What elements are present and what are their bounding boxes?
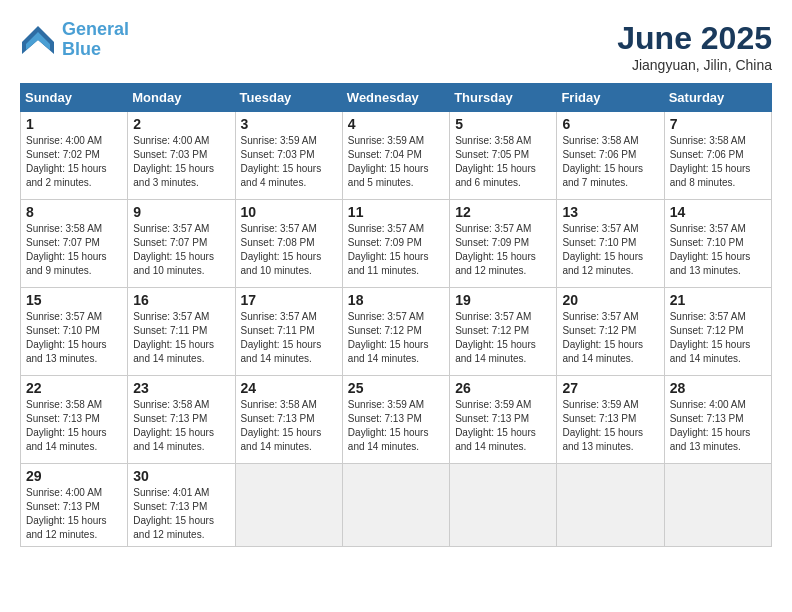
calendar-day-25: 25 Sunrise: 3:59 AM Sunset: 7:13 PM Dayl… [342,376,449,464]
weekday-header-sunday: Sunday [21,84,128,112]
calendar-day-24: 24 Sunrise: 3:58 AM Sunset: 7:13 PM Dayl… [235,376,342,464]
empty-cell [664,464,771,547]
day-number: 11 [348,204,444,220]
day-number: 20 [562,292,658,308]
day-info: Sunrise: 3:59 AM Sunset: 7:03 PM Dayligh… [241,134,337,190]
day-number: 29 [26,468,122,484]
calendar-day-11: 11 Sunrise: 3:57 AM Sunset: 7:09 PM Dayl… [342,200,449,288]
day-number: 26 [455,380,551,396]
calendar-day-4: 4 Sunrise: 3:59 AM Sunset: 7:04 PM Dayli… [342,112,449,200]
day-info: Sunrise: 3:58 AM Sunset: 7:06 PM Dayligh… [670,134,766,190]
calendar-day-15: 15 Sunrise: 3:57 AM Sunset: 7:10 PM Dayl… [21,288,128,376]
day-number: 30 [133,468,229,484]
weekday-header-tuesday: Tuesday [235,84,342,112]
day-info: Sunrise: 3:58 AM Sunset: 7:13 PM Dayligh… [133,398,229,454]
day-info: Sunrise: 3:57 AM Sunset: 7:07 PM Dayligh… [133,222,229,278]
calendar-day-17: 17 Sunrise: 3:57 AM Sunset: 7:11 PM Dayl… [235,288,342,376]
weekday-header-thursday: Thursday [450,84,557,112]
day-number: 19 [455,292,551,308]
day-number: 1 [26,116,122,132]
calendar-day-1: 1 Sunrise: 4:00 AM Sunset: 7:02 PM Dayli… [21,112,128,200]
calendar-day-23: 23 Sunrise: 3:58 AM Sunset: 7:13 PM Dayl… [128,376,235,464]
day-number: 9 [133,204,229,220]
calendar-day-13: 13 Sunrise: 3:57 AM Sunset: 7:10 PM Dayl… [557,200,664,288]
day-info: Sunrise: 3:57 AM Sunset: 7:12 PM Dayligh… [455,310,551,366]
day-info: Sunrise: 4:01 AM Sunset: 7:13 PM Dayligh… [133,486,229,542]
day-info: Sunrise: 3:59 AM Sunset: 7:13 PM Dayligh… [348,398,444,454]
week-row-1: 1 Sunrise: 4:00 AM Sunset: 7:02 PM Dayli… [21,112,772,200]
day-number: 15 [26,292,122,308]
day-number: 3 [241,116,337,132]
week-row-2: 8 Sunrise: 3:58 AM Sunset: 7:07 PM Dayli… [21,200,772,288]
day-number: 28 [670,380,766,396]
day-number: 2 [133,116,229,132]
week-row-5: 29 Sunrise: 4:00 AM Sunset: 7:13 PM Dayl… [21,464,772,547]
day-info: Sunrise: 3:59 AM Sunset: 7:04 PM Dayligh… [348,134,444,190]
week-row-3: 15 Sunrise: 3:57 AM Sunset: 7:10 PM Dayl… [21,288,772,376]
calendar-day-28: 28 Sunrise: 4:00 AM Sunset: 7:13 PM Dayl… [664,376,771,464]
logo-text: General Blue [62,20,129,60]
day-number: 18 [348,292,444,308]
day-info: Sunrise: 3:57 AM Sunset: 7:10 PM Dayligh… [26,310,122,366]
day-number: 13 [562,204,658,220]
calendar-day-10: 10 Sunrise: 3:57 AM Sunset: 7:08 PM Dayl… [235,200,342,288]
calendar-day-7: 7 Sunrise: 3:58 AM Sunset: 7:06 PM Dayli… [664,112,771,200]
day-number: 24 [241,380,337,396]
calendar-day-18: 18 Sunrise: 3:57 AM Sunset: 7:12 PM Dayl… [342,288,449,376]
calendar-day-12: 12 Sunrise: 3:57 AM Sunset: 7:09 PM Dayl… [450,200,557,288]
day-info: Sunrise: 3:58 AM Sunset: 7:07 PM Dayligh… [26,222,122,278]
day-info: Sunrise: 4:00 AM Sunset: 7:13 PM Dayligh… [670,398,766,454]
calendar-day-29: 29 Sunrise: 4:00 AM Sunset: 7:13 PM Dayl… [21,464,128,547]
calendar-day-8: 8 Sunrise: 3:58 AM Sunset: 7:07 PM Dayli… [21,200,128,288]
day-info: Sunrise: 3:58 AM Sunset: 7:13 PM Dayligh… [26,398,122,454]
week-row-4: 22 Sunrise: 3:58 AM Sunset: 7:13 PM Dayl… [21,376,772,464]
day-info: Sunrise: 3:58 AM Sunset: 7:05 PM Dayligh… [455,134,551,190]
calendar-day-14: 14 Sunrise: 3:57 AM Sunset: 7:10 PM Dayl… [664,200,771,288]
day-number: 7 [670,116,766,132]
empty-cell [450,464,557,547]
calendar-day-6: 6 Sunrise: 3:58 AM Sunset: 7:06 PM Dayli… [557,112,664,200]
calendar-day-30: 30 Sunrise: 4:01 AM Sunset: 7:13 PM Dayl… [128,464,235,547]
calendar-day-19: 19 Sunrise: 3:57 AM Sunset: 7:12 PM Dayl… [450,288,557,376]
weekday-header-row: SundayMondayTuesdayWednesdayThursdayFrid… [21,84,772,112]
calendar-table: SundayMondayTuesdayWednesdayThursdayFrid… [20,83,772,547]
day-info: Sunrise: 4:00 AM Sunset: 7:02 PM Dayligh… [26,134,122,190]
day-number: 4 [348,116,444,132]
calendar-day-22: 22 Sunrise: 3:58 AM Sunset: 7:13 PM Dayl… [21,376,128,464]
day-info: Sunrise: 3:57 AM Sunset: 7:08 PM Dayligh… [241,222,337,278]
day-number: 14 [670,204,766,220]
weekday-header-saturday: Saturday [664,84,771,112]
calendar-day-2: 2 Sunrise: 4:00 AM Sunset: 7:03 PM Dayli… [128,112,235,200]
day-number: 27 [562,380,658,396]
page-header: General Blue June 2025 Jiangyuan, Jilin,… [20,20,772,73]
calendar-day-16: 16 Sunrise: 3:57 AM Sunset: 7:11 PM Dayl… [128,288,235,376]
day-info: Sunrise: 4:00 AM Sunset: 7:13 PM Dayligh… [26,486,122,542]
day-info: Sunrise: 3:58 AM Sunset: 7:13 PM Dayligh… [241,398,337,454]
day-info: Sunrise: 3:58 AM Sunset: 7:06 PM Dayligh… [562,134,658,190]
title-block: June 2025 Jiangyuan, Jilin, China [617,20,772,73]
calendar-day-21: 21 Sunrise: 3:57 AM Sunset: 7:12 PM Dayl… [664,288,771,376]
location: Jiangyuan, Jilin, China [617,57,772,73]
calendar-day-26: 26 Sunrise: 3:59 AM Sunset: 7:13 PM Dayl… [450,376,557,464]
day-number: 12 [455,204,551,220]
calendar-day-3: 3 Sunrise: 3:59 AM Sunset: 7:03 PM Dayli… [235,112,342,200]
day-number: 21 [670,292,766,308]
weekday-header-monday: Monday [128,84,235,112]
day-number: 10 [241,204,337,220]
day-number: 17 [241,292,337,308]
day-info: Sunrise: 3:57 AM Sunset: 7:12 PM Dayligh… [670,310,766,366]
month-title: June 2025 [617,20,772,57]
day-number: 25 [348,380,444,396]
day-number: 16 [133,292,229,308]
day-info: Sunrise: 3:57 AM Sunset: 7:09 PM Dayligh… [348,222,444,278]
day-info: Sunrise: 3:57 AM Sunset: 7:10 PM Dayligh… [562,222,658,278]
empty-cell [235,464,342,547]
day-number: 8 [26,204,122,220]
logo: General Blue [20,20,129,60]
weekday-header-wednesday: Wednesday [342,84,449,112]
day-info: Sunrise: 3:59 AM Sunset: 7:13 PM Dayligh… [455,398,551,454]
calendar-day-27: 27 Sunrise: 3:59 AM Sunset: 7:13 PM Dayl… [557,376,664,464]
day-number: 5 [455,116,551,132]
day-info: Sunrise: 4:00 AM Sunset: 7:03 PM Dayligh… [133,134,229,190]
day-info: Sunrise: 3:57 AM Sunset: 7:12 PM Dayligh… [348,310,444,366]
